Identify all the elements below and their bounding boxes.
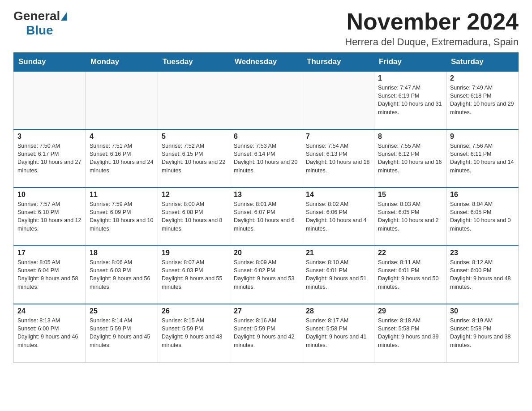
day-number: 11	[90, 191, 154, 199]
day-number: 9	[450, 133, 515, 141]
day-info: Sunrise: 7:53 AMSunset: 6:14 PMDaylight:…	[234, 142, 298, 175]
day-number: 13	[234, 191, 298, 199]
month-title: November 2024	[345, 9, 519, 34]
calendar-cell: 18Sunrise: 8:06 AMSunset: 6:03 PMDayligh…	[86, 246, 158, 304]
weekday-header-wednesday: Wednesday	[230, 53, 302, 72]
calendar-cell	[158, 71, 230, 129]
day-number: 26	[162, 307, 226, 315]
day-info: Sunrise: 8:19 AMSunset: 5:58 PMDaylight:…	[450, 317, 515, 349]
day-number: 16	[450, 191, 515, 199]
day-number: 23	[450, 249, 515, 257]
calendar-cell	[302, 71, 374, 129]
page-header: General Blue November 2024 Herrera del D…	[13, 9, 519, 48]
weekday-header-saturday: Saturday	[446, 53, 519, 72]
day-info: Sunrise: 7:54 AMSunset: 6:13 PMDaylight:…	[306, 142, 370, 175]
day-number: 8	[378, 133, 442, 141]
day-info: Sunrise: 8:00 AMSunset: 6:08 PMDaylight:…	[162, 200, 226, 233]
logo-triangle-icon	[61, 12, 67, 21]
calendar-cell: 2Sunrise: 7:49 AMSunset: 6:18 PMDaylight…	[446, 71, 519, 129]
calendar-cell: 5Sunrise: 7:52 AMSunset: 6:15 PMDaylight…	[158, 129, 230, 188]
day-info: Sunrise: 7:49 AMSunset: 6:18 PMDaylight:…	[450, 84, 515, 116]
day-info: Sunrise: 8:16 AMSunset: 5:59 PMDaylight:…	[234, 317, 298, 349]
day-info: Sunrise: 8:05 AMSunset: 6:04 PMDaylight:…	[17, 258, 82, 291]
calendar-cell: 19Sunrise: 8:07 AMSunset: 6:03 PMDayligh…	[158, 246, 230, 304]
day-number: 25	[90, 307, 154, 315]
calendar-cell: 3Sunrise: 7:50 AMSunset: 6:17 PMDaylight…	[14, 129, 86, 188]
calendar-cell: 24Sunrise: 8:13 AMSunset: 6:00 PMDayligh…	[14, 304, 86, 362]
day-info: Sunrise: 8:09 AMSunset: 6:02 PMDaylight:…	[234, 258, 298, 291]
day-info: Sunrise: 7:56 AMSunset: 6:11 PMDaylight:…	[450, 142, 515, 175]
day-info: Sunrise: 8:17 AMSunset: 5:58 PMDaylight:…	[306, 317, 370, 349]
calendar-table: SundayMondayTuesdayWednesdayThursdayFrid…	[13, 52, 519, 363]
day-info: Sunrise: 7:51 AMSunset: 6:16 PMDaylight:…	[90, 142, 154, 175]
day-info: Sunrise: 8:06 AMSunset: 6:03 PMDaylight:…	[90, 258, 154, 291]
day-number: 27	[234, 307, 298, 315]
calendar-cell: 20Sunrise: 8:09 AMSunset: 6:02 PMDayligh…	[230, 246, 302, 304]
day-number: 1	[378, 74, 442, 82]
calendar-cell	[86, 71, 158, 129]
calendar-cell	[230, 71, 302, 129]
title-area: November 2024 Herrera del Duque, Extrema…	[345, 9, 519, 48]
calendar-cell: 16Sunrise: 8:04 AMSunset: 6:05 PMDayligh…	[446, 188, 519, 246]
logo-general-text: General	[13, 9, 60, 23]
day-number: 12	[162, 191, 226, 199]
day-info: Sunrise: 8:15 AMSunset: 5:59 PMDaylight:…	[162, 317, 226, 349]
calendar-cell: 6Sunrise: 7:53 AMSunset: 6:14 PMDaylight…	[230, 129, 302, 188]
calendar-week-row: 3Sunrise: 7:50 AMSunset: 6:17 PMDaylight…	[14, 129, 519, 188]
day-number: 29	[378, 307, 442, 315]
day-info: Sunrise: 8:03 AMSunset: 6:05 PMDaylight:…	[378, 200, 442, 233]
day-info: Sunrise: 8:14 AMSunset: 5:59 PMDaylight:…	[90, 317, 154, 349]
calendar-cell: 23Sunrise: 8:12 AMSunset: 6:00 PMDayligh…	[446, 246, 519, 304]
calendar-cell: 28Sunrise: 8:17 AMSunset: 5:58 PMDayligh…	[302, 304, 374, 362]
calendar-header-row: SundayMondayTuesdayWednesdayThursdayFrid…	[14, 53, 519, 72]
weekday-header-monday: Monday	[86, 53, 158, 72]
day-info: Sunrise: 7:57 AMSunset: 6:10 PMDaylight:…	[17, 200, 82, 233]
day-info: Sunrise: 8:02 AMSunset: 6:06 PMDaylight:…	[306, 200, 370, 233]
day-info: Sunrise: 8:10 AMSunset: 6:01 PMDaylight:…	[306, 258, 370, 291]
weekday-header-tuesday: Tuesday	[158, 53, 230, 72]
day-info: Sunrise: 7:50 AMSunset: 6:17 PMDaylight:…	[17, 142, 82, 175]
weekday-header-friday: Friday	[374, 53, 446, 72]
calendar-cell: 30Sunrise: 8:19 AMSunset: 5:58 PMDayligh…	[446, 304, 519, 362]
calendar-week-row: 17Sunrise: 8:05 AMSunset: 6:04 PMDayligh…	[14, 246, 519, 304]
calendar-cell: 9Sunrise: 7:56 AMSunset: 6:11 PMDaylight…	[446, 129, 519, 188]
calendar-week-row: 1Sunrise: 7:47 AMSunset: 6:19 PMDaylight…	[14, 71, 519, 129]
calendar-cell: 13Sunrise: 8:01 AMSunset: 6:07 PMDayligh…	[230, 188, 302, 246]
day-number: 3	[17, 133, 82, 141]
calendar-cell: 11Sunrise: 7:59 AMSunset: 6:09 PMDayligh…	[86, 188, 158, 246]
day-number: 6	[234, 133, 298, 141]
day-info: Sunrise: 8:01 AMSunset: 6:07 PMDaylight:…	[234, 200, 298, 233]
day-number: 10	[17, 191, 82, 199]
calendar-cell: 21Sunrise: 8:10 AMSunset: 6:01 PMDayligh…	[302, 246, 374, 304]
day-info: Sunrise: 8:07 AMSunset: 6:03 PMDaylight:…	[162, 258, 226, 291]
day-number: 2	[450, 74, 515, 82]
day-info: Sunrise: 8:13 AMSunset: 6:00 PMDaylight:…	[17, 317, 82, 349]
calendar-cell: 14Sunrise: 8:02 AMSunset: 6:06 PMDayligh…	[302, 188, 374, 246]
calendar-cell: 25Sunrise: 8:14 AMSunset: 5:59 PMDayligh…	[86, 304, 158, 362]
day-number: 30	[450, 307, 515, 315]
calendar-week-row: 10Sunrise: 7:57 AMSunset: 6:10 PMDayligh…	[14, 188, 519, 246]
day-info: Sunrise: 7:52 AMSunset: 6:15 PMDaylight:…	[162, 142, 226, 175]
logo-blue-text: Blue	[26, 23, 53, 38]
location-subtitle: Herrera del Duque, Extremadura, Spain	[345, 36, 519, 48]
calendar-cell: 27Sunrise: 8:16 AMSunset: 5:59 PMDayligh…	[230, 304, 302, 362]
day-number: 14	[306, 191, 370, 199]
weekday-header-sunday: Sunday	[14, 53, 86, 72]
calendar-cell: 15Sunrise: 8:03 AMSunset: 6:05 PMDayligh…	[374, 188, 446, 246]
weekday-header-thursday: Thursday	[302, 53, 374, 72]
calendar-cell: 10Sunrise: 7:57 AMSunset: 6:10 PMDayligh…	[14, 188, 86, 246]
calendar-cell: 12Sunrise: 8:00 AMSunset: 6:08 PMDayligh…	[158, 188, 230, 246]
day-number: 18	[90, 249, 154, 257]
day-number: 7	[306, 133, 370, 141]
day-number: 19	[162, 249, 226, 257]
day-number: 15	[378, 191, 442, 199]
day-info: Sunrise: 8:11 AMSunset: 6:01 PMDaylight:…	[378, 258, 442, 291]
day-number: 5	[162, 133, 226, 141]
calendar-cell: 8Sunrise: 7:55 AMSunset: 6:12 PMDaylight…	[374, 129, 446, 188]
calendar-cell: 26Sunrise: 8:15 AMSunset: 5:59 PMDayligh…	[158, 304, 230, 362]
day-number: 4	[90, 133, 154, 141]
day-info: Sunrise: 7:55 AMSunset: 6:12 PMDaylight:…	[378, 142, 442, 175]
day-info: Sunrise: 8:12 AMSunset: 6:00 PMDaylight:…	[450, 258, 515, 291]
day-info: Sunrise: 8:04 AMSunset: 6:05 PMDaylight:…	[450, 200, 515, 233]
calendar-cell: 4Sunrise: 7:51 AMSunset: 6:16 PMDaylight…	[86, 129, 158, 188]
